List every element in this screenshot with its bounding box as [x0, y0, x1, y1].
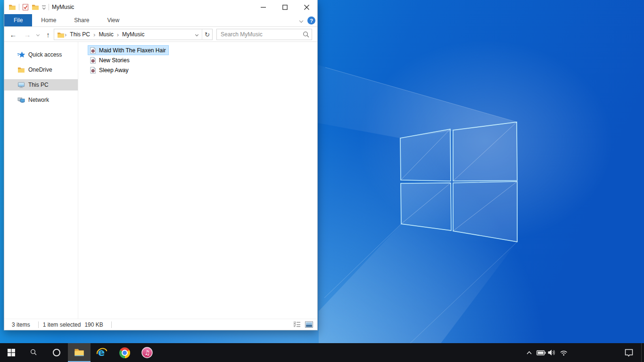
battery-tray-icon[interactable]: [536, 343, 547, 362]
show-hidden-icons-button[interactable]: [523, 343, 535, 362]
quick-access-star-icon: [17, 51, 25, 58]
selection-count: 1 item selected: [43, 321, 85, 328]
music-file-icon: [89, 47, 97, 54]
address-folder-icon: [57, 31, 64, 38]
chrome-icon: [119, 347, 130, 358]
search-icon[interactable]: [300, 31, 312, 38]
large-icons-view-button[interactable]: [305, 321, 313, 328]
recent-locations-icon[interactable]: [33, 27, 42, 42]
address-bar[interactable]: › This PC › Music › MyMusic ↻: [54, 29, 213, 40]
navigation-toolbar: ← → ↑ › This PC › Music › MyMusic ↻: [4, 27, 317, 42]
taskbar-itunes-button[interactable]: ♫: [136, 343, 158, 362]
search-input[interactable]: [217, 31, 300, 38]
cortana-button[interactable]: [45, 343, 68, 362]
speaker-icon: [548, 349, 556, 356]
show-desktop-button[interactable]: [641, 343, 644, 362]
wifi-icon: [560, 349, 569, 356]
music-file-icon: [89, 66, 97, 74]
breadcrumb-music[interactable]: Music: [96, 31, 116, 38]
file-item[interactable]: New Stories: [88, 55, 132, 65]
file-item-selected[interactable]: Maid With The Flaxen Hair: [88, 45, 169, 55]
taskbar: e ♫: [0, 343, 644, 362]
tab-file[interactable]: File: [4, 14, 32, 26]
sidebar-item-onedrive[interactable]: OneDrive: [4, 64, 78, 75]
maximize-button[interactable]: [274, 0, 296, 14]
quick-access-toolbar: [4, 3, 49, 11]
tab-home[interactable]: Home: [32, 14, 65, 26]
search-box: [216, 29, 312, 40]
action-center-icon: [624, 348, 634, 357]
sidebar-item-network[interactable]: Network: [4, 94, 78, 106]
internet-explorer-icon: e: [96, 346, 108, 359]
up-button[interactable]: ↑: [42, 27, 54, 42]
title-bar[interactable]: MyMusic: [4, 0, 317, 14]
tab-view[interactable]: View: [98, 14, 128, 26]
tab-share[interactable]: Share: [65, 14, 98, 26]
file-explorer-icon: [73, 347, 85, 357]
new-folder-icon[interactable]: [32, 3, 39, 11]
ribbon-tabs: File Home Share View ?: [4, 14, 317, 27]
network-icon: [17, 96, 25, 104]
sidebar-item-quick-access[interactable]: Quick access: [4, 49, 78, 60]
action-center-button[interactable]: [623, 343, 635, 362]
search-icon: [30, 349, 38, 357]
onedrive-folder-icon: [17, 66, 25, 74]
taskbar-internet-explorer-button[interactable]: e: [91, 343, 113, 362]
customize-qat-button[interactable]: [42, 6, 46, 9]
back-button[interactable]: ←: [7, 27, 19, 42]
file-list[interactable]: Maid With The Flaxen Hair New Stories Sl…: [78, 42, 317, 319]
taskbar-file-explorer-button[interactable]: [68, 343, 91, 362]
window-title: MyMusic: [52, 4, 74, 10]
forward-button[interactable]: →: [21, 27, 33, 42]
minimize-button[interactable]: [252, 0, 274, 14]
expand-ribbon-icon[interactable]: [299, 18, 303, 22]
file-item[interactable]: Sleep Away: [88, 65, 132, 75]
chevron-up-icon: [526, 350, 532, 356]
close-button[interactable]: [296, 0, 317, 14]
volume-tray-icon[interactable]: [546, 343, 558, 362]
refresh-button[interactable]: ↻: [202, 29, 212, 40]
taskbar-chrome-button[interactable]: [113, 343, 136, 362]
file-explorer-window: MyMusic File Home Share View ? ← → ↑: [4, 0, 318, 330]
address-dropdown-icon[interactable]: [191, 33, 202, 36]
network-tray-icon[interactable]: [558, 343, 570, 362]
sidebar-item-this-pc[interactable]: This PC: [4, 79, 78, 90]
properties-icon[interactable]: [22, 4, 29, 10]
battery-icon: [537, 350, 546, 356]
details-view-button[interactable]: [294, 321, 301, 328]
breadcrumb-this-pc[interactable]: This PC: [67, 31, 93, 38]
caption-buttons: [252, 0, 317, 14]
navigation-pane: Quick access OneDrive This PC Network: [4, 42, 78, 319]
this-pc-monitor-icon: [17, 81, 25, 89]
cortana-ring-icon: [52, 348, 61, 357]
window-folder-icon: [8, 3, 16, 11]
taskbar-search-button[interactable]: [23, 343, 45, 362]
svg-text:♫: ♫: [144, 349, 150, 356]
qat-separator-2: [49, 4, 49, 10]
itunes-icon: ♫: [141, 347, 153, 358]
breadcrumb-mymusic[interactable]: MyMusic: [119, 31, 147, 38]
items-count: 3 items: [12, 321, 34, 328]
qat-separator: [19, 4, 19, 10]
selection-size: 190 KB: [84, 321, 107, 328]
start-button[interactable]: [0, 343, 23, 362]
status-bar: 3 items 1 item selected 190 KB: [4, 319, 317, 330]
windows-logo-icon: [8, 349, 15, 356]
help-button[interactable]: ?: [307, 16, 315, 25]
music-file-icon: [89, 57, 97, 64]
